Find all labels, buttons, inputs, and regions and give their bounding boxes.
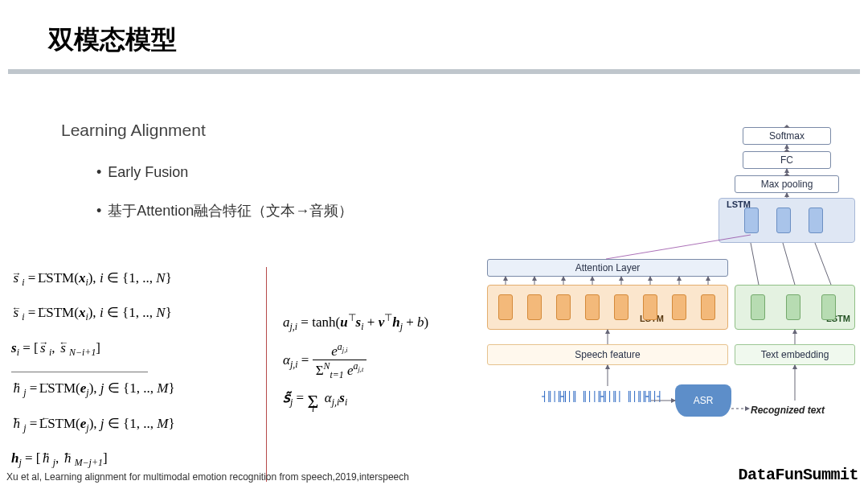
equation: s i = LSTM(xi), i ∈ {1, .., N} (11, 267, 266, 294)
lstm-cell (776, 208, 791, 233)
diagram-connectors (461, 127, 855, 433)
lstm-cell (786, 294, 800, 320)
equation: si = [ s i, s N−i+1] (11, 337, 266, 364)
label-recognized-text: Recognized text (751, 405, 825, 416)
formula-divider (11, 372, 148, 372)
equation: s i = LSTM(xi), i ∈ {1, .., N} (11, 302, 266, 328)
block-attention: Attention Layer (487, 259, 728, 277)
waveform-icon: ┤║│╟╢│║ ║││╟╢│║│ ║│║╟╢│┤ (542, 391, 670, 402)
block-maxpool: Max pooling (735, 175, 839, 193)
block-speech-feature: Speech feature (487, 344, 728, 365)
equation: h j = LSTM(ej), j ∈ {1, .., M} (11, 413, 266, 439)
lstm-cell (527, 294, 542, 320)
svg-line-4 (751, 243, 759, 285)
bullet-text: Early Fusion (108, 164, 188, 180)
svg-line-5 (783, 243, 795, 285)
lstm-cell (585, 294, 600, 320)
divider (8, 69, 860, 74)
bullet-list: •Early Fusion •基于Attention融合特征（文本→音频） (96, 153, 353, 230)
formula-block-left: s i = LSTM(xi), i ∈ {1, .., N} s i = LST… (11, 267, 267, 482)
lstm-cell (821, 294, 836, 320)
bullet-item: •基于Attention融合特征（文本→音频） (96, 191, 353, 230)
block-asr: ASR (675, 384, 731, 417)
slide-title: 双模态模型 (48, 23, 177, 58)
block-fc: FC (743, 151, 831, 169)
lstm-cell (614, 294, 628, 320)
lstm-cell (744, 208, 759, 233)
lstm-cell (498, 294, 513, 320)
lstm-cell (643, 294, 657, 320)
architecture-diagram: Softmax FC Max pooling LSTM Attention La… (461, 127, 855, 433)
equation: h j = LSTM(ej), j ∈ {1, .., M} (11, 377, 266, 404)
formula-block-attention: aj,i = tanh(u⊤si + v⊤hj + b) αj,i = eaj,… (283, 312, 428, 421)
citation: Xu et al, Learning alignment for multimo… (6, 471, 409, 483)
section-heading: Learning Alignment (61, 121, 206, 140)
lstm-cell (809, 208, 823, 233)
lstm-cell (672, 294, 686, 320)
svg-line-6 (815, 243, 831, 285)
equation: hj = [ h j, h M−j+1] (11, 447, 266, 474)
bullet-item: •Early Fusion (96, 153, 353, 191)
block-text-embedding: Text embedding (735, 344, 855, 365)
lstm-cell (701, 294, 715, 320)
equation: αj,i = eaj,i ΣNt=1 eaj,t (283, 341, 428, 381)
bullet-text: 基于Attention融合特征（文本→音频） (108, 203, 353, 219)
lstm-cell (556, 294, 571, 320)
block-softmax: Softmax (743, 127, 831, 145)
lstm-cell (751, 294, 765, 320)
speech-lstm-layer (487, 285, 728, 330)
equation: s̃j = Σi αj,isi (283, 389, 428, 413)
equation: aj,i = tanh(u⊤si + v⊤hj + b) (283, 312, 428, 333)
brand-watermark: DataFunSummit (738, 466, 858, 484)
